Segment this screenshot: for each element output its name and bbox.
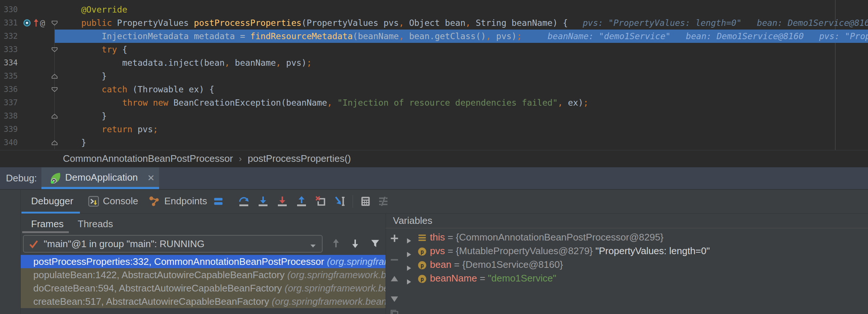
- line-number: 337: [0, 96, 18, 109]
- selected-tab-underline: [21, 212, 80, 214]
- code-text: return pvs;: [61, 123, 158, 136]
- line-number: 332: [0, 30, 18, 43]
- parameter-icon: p: [417, 246, 427, 258]
- breadcrumb-separator: ›: [233, 154, 248, 164]
- line-number: 340: [0, 136, 18, 149]
- variable-row[interactable]: pbeanName = "demo1Service": [403, 272, 868, 285]
- stack-frame-row[interactable]: postProcessProperties:332, CommonAnnotat…: [21, 255, 386, 268]
- fold-marker-icon[interactable]: [51, 140, 58, 147]
- variable-row[interactable]: this = {CommonAnnotationBeanPostProcesso…: [403, 231, 868, 244]
- parameter-icon: p: [417, 274, 427, 285]
- filter-icon[interactable]: [370, 238, 380, 250]
- code-editor[interactable]: 330 @Override331@ public PropertyValues …: [0, 0, 868, 150]
- code-line: 339 return pvs;: [0, 123, 868, 136]
- line-number: 339: [0, 123, 18, 136]
- move-up-icon[interactable]: [390, 274, 399, 285]
- debug-left-toolbar: [0, 189, 21, 314]
- code-line: 332 InjectionMetadata metadata = findRes…: [0, 30, 868, 43]
- step-into-icon[interactable]: [257, 195, 269, 209]
- fold-marker-icon[interactable]: [51, 74, 58, 80]
- svg-text:p: p: [420, 276, 424, 283]
- drop-frame-icon[interactable]: [315, 195, 327, 209]
- expand-arrow-icon[interactable]: [406, 234, 412, 244]
- toolwindow-tabs: Debugger Console Endpoints: [21, 189, 868, 214]
- duplicate-icon[interactable]: [390, 309, 399, 314]
- thread-selector-value: "main"@1 in group "main": RUNNING: [44, 236, 205, 252]
- show-execution-point-icon[interactable]: [213, 196, 224, 208]
- variables-title: Variables: [393, 215, 432, 226]
- fold-marker-icon[interactable]: [51, 113, 58, 120]
- run-to-cursor-icon[interactable]: [333, 195, 346, 209]
- close-icon[interactable]: ✕: [147, 173, 155, 184]
- breadcrumb-class[interactable]: CommonAnnotationBeanPostProcessor: [63, 153, 233, 164]
- step-out-icon[interactable]: [296, 195, 307, 209]
- tab-endpoints[interactable]: Endpoints: [164, 189, 207, 213]
- code-line: 338 }: [0, 109, 868, 123]
- stack-frame-row[interactable]: doCreateBean:594, AbstractAutowireCapabl…: [21, 281, 386, 295]
- variables-list[interactable]: this = {CommonAnnotationBeanPostProcesso…: [403, 228, 868, 314]
- code-text: metadata.inject(bean, beanName, pvs);: [61, 56, 312, 69]
- implements-up-arrow-icon[interactable]: [33, 18, 39, 29]
- thread-running-check-icon: [29, 239, 38, 250]
- svg-text:p: p: [420, 249, 424, 255]
- expand-arrow-icon[interactable]: [406, 248, 412, 258]
- inline-debugger-hint: pvs: "PropertyValues: length=0" bean: De…: [583, 16, 868, 30]
- variable-text: this = {CommonAnnotationBeanPostProcesso…: [430, 231, 663, 244]
- stack-frame-row[interactable]: createBean:517, AbstractAutowireCapableB…: [21, 295, 386, 308]
- code-text: }: [61, 69, 107, 83]
- tab-console[interactable]: Console: [103, 189, 138, 213]
- ide-window: 330 @Override331@ public PropertyValues …: [0, 0, 868, 314]
- fold-marker-icon[interactable]: [51, 87, 58, 93]
- tab-debugger[interactable]: Debugger: [31, 189, 73, 213]
- annotation-at-icon: @: [40, 16, 45, 30]
- variable-text: pvs = {MutablePropertyValues@8279} "Prop…: [430, 244, 710, 258]
- expand-arrow-icon[interactable]: [406, 262, 412, 272]
- fold-marker-icon[interactable]: [51, 20, 58, 27]
- code-line: 340 }: [0, 136, 868, 149]
- this-icon: [417, 233, 427, 244]
- expand-arrow-icon[interactable]: [406, 275, 412, 285]
- stack-frame-row[interactable]: populateBean:1422, AbstractAutowireCapab…: [21, 268, 386, 281]
- code-text: InjectionMetadata metadata = findResourc…: [61, 30, 522, 43]
- debug-session-bar: Debug: DemoApplication ✕: [0, 167, 868, 189]
- variable-text: bean = {Demo1Service@8160}: [430, 258, 563, 272]
- step-over-icon[interactable]: [238, 195, 250, 209]
- remove-icon[interactable]: [390, 255, 399, 266]
- debug-label: Debug:: [6, 167, 37, 189]
- stack-frames-list[interactable]: postProcessProperties:332, CommonAnnotat…: [21, 255, 386, 309]
- line-number: 335: [0, 69, 18, 83]
- line-number: 331: [0, 16, 18, 30]
- line-number: 333: [0, 43, 18, 56]
- move-down-icon[interactable]: [390, 294, 399, 305]
- frame-up-icon[interactable]: [331, 238, 341, 250]
- chevron-down-icon: [310, 243, 316, 249]
- run-config-tab[interactable]: DemoApplication ✕: [41, 167, 159, 189]
- tab-frames[interactable]: Frames: [31, 215, 64, 233]
- code-line: 333 try {: [0, 43, 868, 56]
- breadcrumb: CommonAnnotationBeanPostProcessor›postPr…: [0, 150, 868, 167]
- trace-stream-icon[interactable]: [378, 196, 389, 208]
- tab-threads[interactable]: Threads: [78, 215, 113, 233]
- code-line: 337 throw new BeanCreationException(bean…: [0, 96, 868, 109]
- run-config-name: DemoApplication: [65, 167, 138, 188]
- variables-toolbar: [386, 228, 403, 314]
- variable-row[interactable]: ppvs = {MutablePropertyValues@8279} "Pro…: [403, 244, 868, 258]
- code-text: @Override: [61, 3, 127, 16]
- add-icon[interactable]: [390, 233, 399, 245]
- thread-selector[interactable]: "main"@1 in group "main": RUNNING: [23, 235, 323, 253]
- code-text: public PropertyValues postProcessPropert…: [61, 16, 568, 30]
- code-text: try {: [61, 43, 127, 56]
- selected-tab-underline: [22, 231, 69, 233]
- variable-row[interactable]: pbean = {Demo1Service@8160}: [403, 258, 868, 272]
- code-text: }: [61, 109, 107, 123]
- override-marker-icon[interactable]: [23, 19, 31, 28]
- fold-marker-icon[interactable]: [51, 47, 58, 54]
- console-icon: [88, 196, 99, 208]
- variables-header: Variables: [386, 214, 868, 228]
- evaluate-expression-icon[interactable]: [360, 196, 371, 208]
- line-number: 330: [0, 3, 18, 16]
- force-step-into-icon[interactable]: [276, 195, 288, 209]
- frame-down-icon[interactable]: [350, 238, 360, 250]
- breadcrumb-method[interactable]: postProcessProperties(): [248, 153, 351, 164]
- code-line: 336 catch (Throwable ex) {: [0, 83, 868, 96]
